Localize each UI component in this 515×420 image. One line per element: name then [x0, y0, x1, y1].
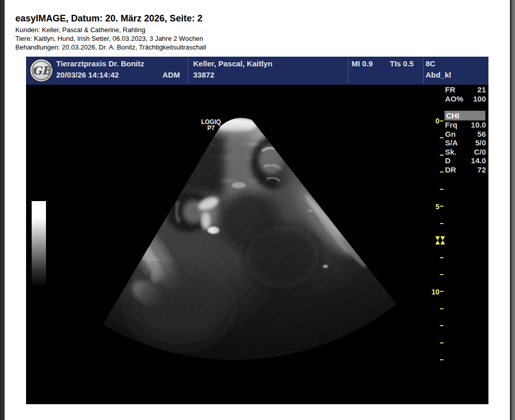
focus-marker-icon	[435, 236, 446, 245]
patient-name: Keller, Pascal, Kaitlyn	[193, 59, 272, 68]
ruler-label-0: 0	[427, 117, 439, 125]
param-label: DR	[445, 165, 456, 175]
param-row-dr: DR 72	[445, 165, 486, 175]
mode-chi-badge: CHI	[444, 111, 485, 120]
ultrasound-fan-image	[26, 57, 488, 404]
ruler-tick	[440, 206, 443, 207]
ruler-tick	[440, 342, 443, 343]
param-row-gn: Gn 56	[445, 130, 486, 139]
window-left-edge	[0, 0, 5, 420]
ruler-tick	[440, 291, 443, 292]
ruler-tick	[440, 171, 443, 172]
probe-model-line2: P7	[198, 125, 224, 131]
param-label: D	[445, 156, 451, 165]
probe-model-label: LOGIQ P7	[198, 119, 224, 131]
mi-value: MI 0.9	[352, 59, 373, 68]
us-header-bar: GE Tierarztpraxis Dr. Bonitz 20/03/26 14…	[26, 57, 488, 85]
bar-divider	[348, 58, 348, 84]
ruler-tick	[440, 189, 443, 190]
param-row-d: D 14.0	[445, 156, 486, 165]
grayscale-bar	[32, 201, 46, 286]
ruler-tick	[440, 257, 443, 258]
ruler-tick	[440, 155, 443, 156]
customer-line: Kunden: Keller, Pascal & Catherine, Rahl…	[15, 26, 145, 34]
patient-id: 33872	[193, 70, 215, 79]
param-row-fr: FR 21	[445, 85, 486, 94]
clinic-name: Tierarztpraxis Dr. Bonitz	[56, 59, 144, 68]
param-label: AO%	[445, 94, 463, 104]
param-row-ao: AO% 100	[445, 94, 486, 104]
probe-name: 8C	[426, 59, 435, 68]
bar-divider	[423, 58, 424, 84]
operator-label: ADM	[162, 70, 180, 79]
page-title: easyIMAGE, Datum: 20. März 2026, Seite: …	[15, 13, 202, 24]
param-row-sa: S/A 5/0	[445, 138, 486, 147]
param-label: Sk.	[445, 147, 457, 157]
ruler-tick	[440, 274, 443, 275]
param-value: 21	[477, 85, 486, 94]
ruler-label-5: 5	[427, 203, 439, 210]
ruler-tick	[440, 308, 443, 309]
treatment-line: Behandlungen: 20.03.2026, Dr. A. Bonitz,…	[15, 43, 206, 51]
param-value: C/0	[474, 147, 486, 157]
easyimage-report-page: easyIMAGE, Datum: 20. März 2026, Seite: …	[0, 0, 515, 420]
param-row-frq: Frq 10.0	[445, 120, 486, 130]
ultrasound-image-panel: GE Tierarztpraxis Dr. Bonitz 20/03/26 14…	[26, 57, 488, 404]
ruler-tick	[440, 120, 443, 121]
param-label: FR	[445, 85, 455, 94]
ruler-tick	[440, 223, 443, 224]
param-value: 100	[473, 94, 486, 104]
param-value: 14.0	[471, 156, 486, 165]
param-value: 10.0	[471, 120, 486, 130]
param-label: Gn	[445, 130, 456, 139]
param-label: Frq	[445, 120, 457, 130]
param-value: 72	[477, 165, 486, 175]
param-value: 5/0	[475, 138, 486, 147]
ruler-tick	[440, 359, 443, 360]
param-row-sk: Sk. C/0	[445, 147, 486, 157]
animal-line: Tiere: Kaitlyn, Hund, Irish Setter, 06.0…	[15, 35, 203, 42]
ruler-tick	[440, 137, 443, 138]
param-value: 56	[477, 130, 486, 139]
bar-divider	[188, 58, 189, 84]
tis-value: TIs 0.5	[390, 59, 414, 68]
preset-name: Abd_kl	[426, 70, 451, 79]
exam-datetime: 20/03/26 14:14:42	[56, 70, 119, 79]
ge-logo-icon: GE	[29, 58, 54, 83]
param-label: S/A	[445, 138, 458, 147]
scrollbar-track[interactable]	[510, 0, 515, 420]
ruler-tick	[440, 325, 443, 326]
ruler-label-10: 10	[427, 288, 439, 295]
